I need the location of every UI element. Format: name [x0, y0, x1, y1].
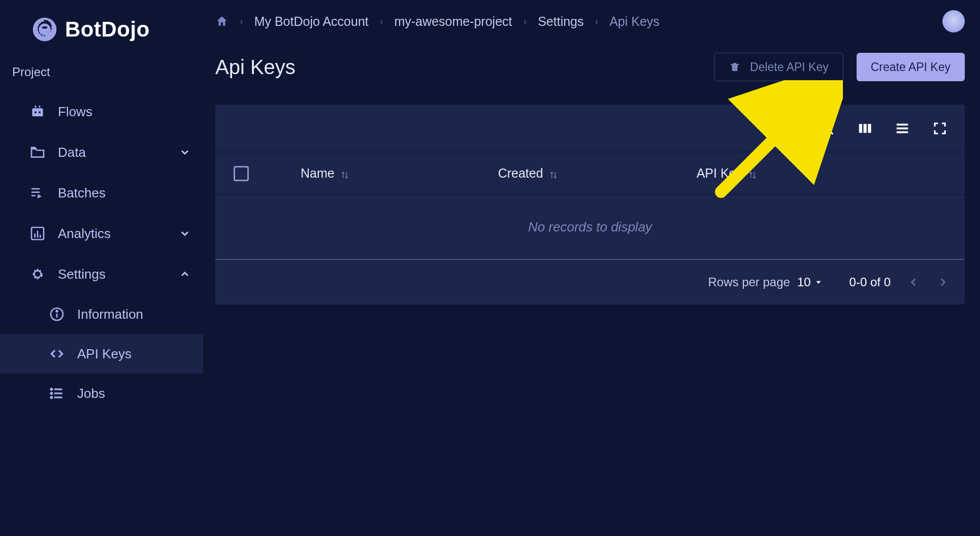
robot-icon [29, 104, 46, 120]
breadcrumb-account[interactable]: My BotDojo Account [254, 14, 369, 29]
sidebar: BotDojo Project Flows Data Batches Analy… [0, 0, 203, 536]
pagination-range: 0-0 of 0 [850, 275, 891, 289]
sort-icon [340, 169, 350, 179]
chevron-right-icon: › [523, 16, 527, 27]
svg-rect-26 [868, 124, 871, 133]
svg-point-1 [35, 111, 37, 113]
avatar[interactable] [942, 10, 965, 32]
sidebar-data-label: Data [58, 145, 167, 160]
table-empty-state: No records to display [215, 195, 965, 260]
breadcrumb: › My BotDojo Account › my-awesome-projec… [203, 4, 965, 53]
sort-icon [747, 169, 758, 179]
sidebar-information-label: Information [77, 307, 191, 322]
sidebar-item-data[interactable]: Data [0, 132, 203, 173]
breadcrumb-current: Api Keys [609, 14, 660, 29]
sidebar-section-label: Project [0, 59, 203, 91]
svg-rect-3 [35, 106, 37, 108]
breadcrumb-settings[interactable]: Settings [538, 14, 583, 29]
column-created[interactable]: Created [498, 166, 559, 181]
sidebar-item-settings[interactable]: Settings [0, 254, 203, 294]
column-name-label: Name [301, 166, 335, 181]
sidebar-flows-label: Flows [58, 104, 191, 120]
svg-marker-30 [816, 281, 821, 284]
column-api-key[interactable]: API Key [697, 166, 758, 181]
svg-rect-24 [859, 124, 862, 133]
svg-rect-6 [31, 191, 40, 193]
logo-icon [30, 15, 59, 44]
svg-rect-25 [864, 124, 867, 133]
svg-rect-4 [39, 106, 41, 108]
batches-icon [29, 185, 46, 201]
svg-rect-12 [40, 235, 41, 238]
rows-per-page: Rows per page 10 [708, 275, 823, 289]
fullscreen-icon[interactable] [932, 121, 948, 136]
density-icon[interactable] [895, 121, 910, 136]
next-page-button[interactable] [936, 276, 950, 289]
chevron-down-icon [179, 146, 191, 158]
main-content: › My BotDojo Account › my-awesome-projec… [203, 0, 980, 536]
svg-point-22 [822, 123, 830, 131]
sidebar-settings-label: Settings [58, 266, 167, 282]
page-title: Api Keys [215, 56, 714, 79]
code-icon [49, 346, 65, 362]
data-panel: Name Created API Key No records to displ… [215, 105, 965, 305]
svg-marker-8 [38, 194, 42, 198]
sidebar-apikeys-label: API Keys [77, 346, 191, 362]
select-all-checkbox[interactable] [234, 166, 249, 181]
breadcrumb-project[interactable]: my-awesome-project [394, 14, 512, 29]
svg-point-15 [56, 311, 58, 312]
chevron-down-icon [179, 227, 191, 240]
folder-icon [29, 144, 46, 160]
sidebar-item-jobs[interactable]: Jobs [0, 374, 203, 413]
column-apikey-label: API Key [697, 166, 742, 181]
brand-logo[interactable]: BotDojo [0, 10, 203, 59]
sidebar-item-analytics[interactable]: Analytics [0, 213, 203, 254]
page-size-value: 10 [797, 275, 811, 289]
chevron-right-icon: › [595, 16, 599, 27]
column-name[interactable]: Name [301, 166, 350, 181]
svg-line-23 [829, 130, 833, 134]
chevron-right-icon: › [380, 16, 383, 27]
columns-icon[interactable] [857, 121, 872, 136]
title-row: Api Keys Delete API Key Create API Key [203, 53, 965, 105]
svg-point-19 [51, 389, 52, 390]
brand-name: BotDojo [65, 17, 150, 42]
rows-per-page-label: Rows per page [708, 275, 790, 289]
pagination: Rows per page 10 0-0 of 0 [215, 260, 965, 305]
sidebar-item-information[interactable]: Information [0, 294, 203, 334]
info-icon [49, 306, 65, 322]
sidebar-analytics-label: Analytics [58, 226, 167, 242]
delete-button-label: Delete API Key [750, 60, 829, 74]
sidebar-item-api-keys[interactable]: API Keys [0, 334, 203, 374]
panel-toolbar [215, 105, 965, 152]
svg-rect-7 [31, 195, 36, 196]
table-header: Name Created API Key [215, 152, 965, 195]
trash-icon [729, 61, 741, 73]
page-size-select[interactable]: 10 [797, 275, 823, 289]
sidebar-jobs-label: Jobs [77, 386, 191, 401]
svg-point-2 [39, 111, 41, 113]
svg-point-20 [51, 393, 52, 394]
create-button-label: Create API Key [871, 60, 951, 74]
analytics-icon [29, 225, 46, 242]
search-icon[interactable] [820, 121, 835, 136]
svg-rect-5 [31, 188, 40, 190]
home-icon[interactable] [215, 15, 228, 28]
delete-api-key-button[interactable]: Delete API Key [714, 53, 843, 81]
svg-rect-11 [37, 231, 39, 238]
sort-icon [548, 169, 559, 179]
svg-rect-10 [34, 233, 36, 238]
chevron-up-icon [179, 268, 191, 280]
dropdown-icon [814, 278, 823, 287]
list-icon [49, 385, 65, 401]
column-created-label: Created [498, 166, 543, 181]
create-api-key-button[interactable]: Create API Key [857, 53, 965, 81]
gear-icon [29, 266, 46, 282]
svg-point-21 [51, 397, 52, 398]
sidebar-item-batches[interactable]: Batches [0, 173, 203, 213]
sidebar-batches-label: Batches [58, 185, 191, 201]
prev-page-button[interactable] [907, 276, 920, 289]
chevron-right-icon: › [240, 16, 243, 27]
sidebar-item-flows[interactable]: Flows [0, 91, 203, 132]
svg-rect-0 [32, 108, 43, 116]
